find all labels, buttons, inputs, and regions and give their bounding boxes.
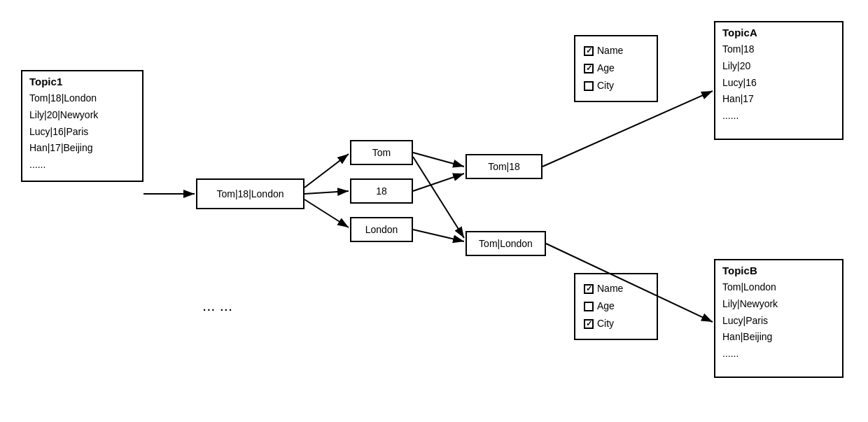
field-tom-box: Tom	[350, 140, 413, 165]
checkbox-a-city	[584, 81, 594, 91]
field-18-box: 18	[350, 178, 413, 204]
record-label: Tom|18|London	[216, 188, 284, 199]
field-london-label: London	[365, 224, 398, 235]
dots-middle: ... ...	[203, 301, 233, 313]
output-tom18-label: Tom|18	[488, 161, 520, 172]
topicA-box: TopicA Tom|18 Lily|20 Lucy|16 Han|17 ...…	[714, 21, 844, 140]
filter-b-name: Name	[584, 280, 648, 297]
field-london-box: London	[350, 217, 413, 242]
field-18-label: 18	[376, 185, 387, 197]
output-tomlondon-label: Tom|London	[479, 238, 533, 249]
topicB-content: Tom|London Lily|Newyork Lucy|Paris Han|B…	[722, 279, 835, 363]
filter-b-city: City	[584, 315, 648, 332]
svg-line-3	[304, 191, 349, 194]
svg-line-6	[413, 174, 464, 191]
output-tom18-box: Tom|18	[465, 154, 542, 179]
filter-a-age: Age	[584, 59, 648, 77]
field-tom-label: Tom	[372, 147, 391, 158]
record-box: Tom|18|London	[196, 178, 304, 209]
svg-line-7	[413, 157, 464, 238]
svg-line-4	[304, 199, 349, 227]
svg-line-8	[413, 230, 464, 241]
checkbox-b-city	[584, 319, 594, 329]
filter-a-box: Name Age City	[574, 35, 658, 102]
topic1-box: Topic1 Tom|18|London Lily|20|Newyork Luc…	[21, 70, 144, 182]
topic1-title: Topic1	[29, 76, 135, 87]
svg-line-5	[413, 153, 464, 167]
checkbox-b-name	[584, 284, 594, 294]
topicA-title: TopicA	[722, 27, 835, 38]
checkbox-a-name	[584, 46, 594, 56]
filter-a-name: Name	[584, 42, 648, 59]
svg-line-9	[542, 91, 713, 167]
topicA-content: Tom|18 Lily|20 Lucy|16 Han|17 ......	[722, 41, 835, 125]
svg-line-2	[304, 154, 349, 188]
filter-b-age: Age	[584, 297, 648, 315]
topicB-box: TopicB Tom|London Lily|Newyork Lucy|Pari…	[714, 259, 844, 378]
filter-b-box: Name Age City	[574, 273, 658, 340]
checkbox-b-age	[584, 302, 594, 311]
topicB-title: TopicB	[722, 265, 835, 276]
output-tomlondon-box: Tom|London	[465, 231, 546, 256]
topic1-content: Tom|18|London Lily|20|Newyork Lucy|16|Pa…	[29, 90, 135, 174]
filter-a-city: City	[584, 77, 648, 94]
checkbox-a-age	[584, 64, 594, 73]
